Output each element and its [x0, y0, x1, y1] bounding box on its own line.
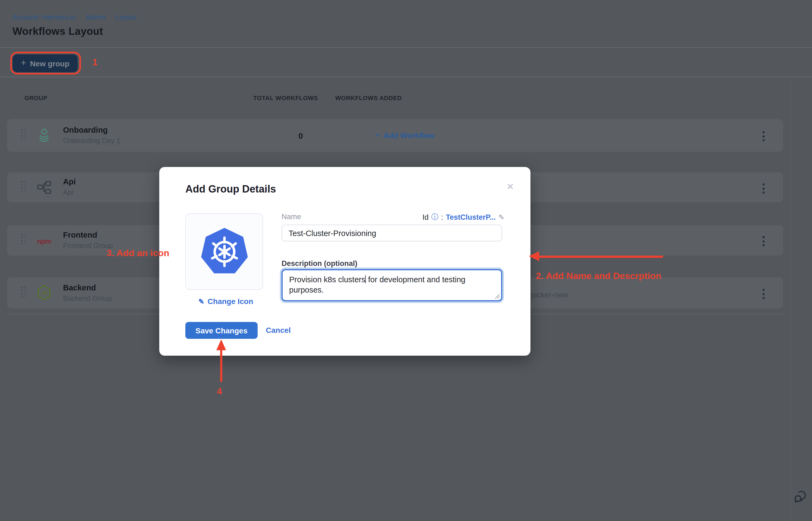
id-label: Id — [423, 213, 429, 221]
row-menu-kebab-icon[interactable] — [763, 131, 765, 141]
name-input[interactable] — [282, 225, 502, 242]
annotation-arrow-shaft — [538, 256, 663, 258]
add-group-details-modal: Add Group Details ✕ ✎ Change Icon Name I — [159, 167, 530, 356]
total-workflows-count: 0 — [298, 131, 303, 140]
group-icon-preview[interactable] — [185, 213, 263, 290]
chat-bubbles-icon[interactable] — [793, 490, 808, 506]
column-header-workflows-added: WORKFLOWS ADDED — [335, 95, 402, 101]
breadcrumb-admin-link[interactable]: Admin — [86, 13, 106, 21]
breadcrumb-separator-icon: › — [80, 13, 82, 21]
entity-id-row: Id ⓘ : TestClusterP... ✎ — [423, 212, 504, 222]
annotation-step1: 1 — [92, 57, 98, 68]
group-subtitle: Api — [63, 188, 76, 196]
group-subtitle: Backend Group — [63, 294, 112, 302]
description-textarea[interactable]: Provision k8s clusters for development a… — [282, 269, 502, 301]
row-menu-kebab-icon[interactable] — [763, 183, 765, 194]
breadcrumb: Account: Harness.io › Admin › Layout — [13, 13, 137, 21]
breadcrumb-separator-icon: › — [109, 13, 112, 21]
annotation-arrow-left-icon — [529, 251, 539, 261]
picker-new-text-fragment: picker-new — [531, 290, 568, 299]
workflows-layout-page: Account: Harness.io › Admin › Layout Wor… — [0, 0, 812, 521]
breadcrumb-layout-link[interactable]: Layout — [115, 13, 137, 21]
group-name: Api — [63, 177, 76, 186]
layers-teal-icon — [36, 127, 52, 143]
cancel-button[interactable]: Cancel — [266, 326, 291, 335]
svg-text:JS: JS — [41, 290, 47, 296]
row-menu-kebab-icon[interactable] — [763, 289, 765, 299]
annotation-step4: 4 — [217, 386, 222, 397]
annotation-arrow-shaft — [220, 348, 222, 382]
nodejs-logo: JS — [36, 285, 52, 301]
group-subtitle: Onboarding Day 1 — [63, 136, 120, 145]
drag-handle-icon[interactable] — [21, 181, 26, 191]
group-subtitle: Frontend Group — [63, 242, 113, 250]
page-title: Workflows Layout — [13, 26, 103, 38]
kubernetes-logo — [198, 225, 250, 278]
description-field-label: Description (optional) — [282, 259, 357, 268]
add-workflow-button[interactable]: + Add Workflow — [375, 131, 434, 140]
drag-handle-icon[interactable] — [21, 234, 26, 244]
resize-grip-icon[interactable] — [494, 293, 500, 299]
column-header-total-workflows: TOTAL WORKFLOWS — [253, 95, 318, 101]
change-icon-label: Change Icon — [208, 297, 253, 305]
change-icon-button[interactable]: ✎ Change Icon — [198, 297, 253, 305]
id-value[interactable]: TestClusterP... — [446, 213, 496, 221]
column-header-group: GROUP — [24, 95, 48, 101]
edit-id-pencil-icon[interactable]: ✎ — [498, 213, 504, 221]
sitemap-icon — [36, 179, 52, 196]
annotation-step3: 3. Add an icon — [106, 248, 169, 259]
modal-title: Add Group Details — [185, 183, 276, 195]
plus-icon: + — [375, 131, 380, 140]
group-name: Backend — [63, 284, 112, 292]
group-name: Onboarding — [63, 126, 120, 134]
npm-logo: npm — [36, 233, 52, 249]
header-divider — [0, 47, 812, 48]
table-row-onboarding[interactable]: Onboarding Onboarding Day 1 0 + Add Work… — [7, 119, 783, 152]
row-menu-kebab-icon[interactable] — [763, 236, 765, 246]
info-icon: ⓘ — [431, 212, 438, 222]
content-edge-divider — [790, 80, 791, 521]
drag-handle-icon[interactable] — [21, 287, 26, 297]
id-separator: : — [441, 213, 443, 221]
group-name: Frontend — [63, 231, 113, 239]
annotation-highlight-box — [10, 52, 81, 74]
name-field-label: Name — [282, 213, 301, 221]
pencil-icon: ✎ — [198, 297, 205, 305]
description-text-before-caret: Provision k8s clusters — [289, 275, 365, 284]
annotation-step2: 2. Add Name and Descrption — [536, 271, 662, 282]
save-changes-button[interactable]: Save Changes — [185, 322, 258, 339]
breadcrumb-account-link[interactable]: Account: Harness.io — [13, 13, 76, 21]
close-icon[interactable]: ✕ — [506, 182, 515, 191]
add-workflow-label: Add Workflow — [383, 131, 434, 140]
npm-logo-text: npm — [37, 237, 51, 245]
drag-handle-icon[interactable] — [21, 129, 26, 139]
toolbar-divider — [0, 77, 812, 77]
